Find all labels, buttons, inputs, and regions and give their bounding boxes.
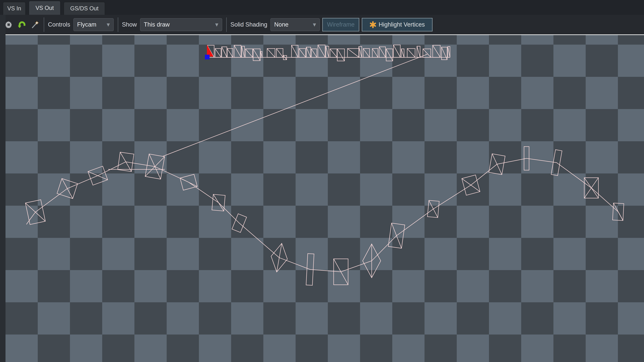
chevron-down-icon: ▼ (103, 22, 113, 27)
tab-vs-in-label: VS In (7, 5, 21, 12)
tab-bar: VS In VS Out GS/DS Out (0, 0, 644, 15)
toolbar-separator (118, 17, 118, 32)
controls-dropdown[interactable]: Flycam ▼ (74, 18, 114, 31)
wireframe-button-label: Wireframe (327, 21, 354, 28)
show-label: Show (122, 21, 137, 28)
mesh-viewer-window: VS In VS Out GS/DS Out (0, 0, 644, 362)
wireframe-toggle-button[interactable]: Wireframe (322, 18, 359, 31)
reset-camera-arrow-icon[interactable] (17, 20, 26, 29)
tab-gs-ds-out[interactable]: GS/DS Out (64, 2, 105, 15)
solid-shading-label: Solid Shading (230, 21, 268, 28)
show-dropdown-value: This draw (140, 21, 212, 28)
tab-gs-ds-out-label: GS/DS Out (70, 5, 98, 12)
magic-wand-icon[interactable] (30, 20, 40, 29)
tab-vs-in[interactable]: VS In (3, 2, 26, 15)
asterisk-icon (370, 21, 376, 28)
tab-vs-out-label: VS Out (36, 5, 54, 11)
toolbar-separator (44, 17, 44, 32)
toolbar: Controls Flycam ▼ Show This draw ▼ Solid… (0, 15, 644, 34)
highlight-vertices-toggle-button[interactable]: Highlight Vertices (362, 18, 432, 31)
toolbar-separator (226, 17, 227, 32)
controls-label: Controls (48, 21, 70, 28)
highlight-vertices-button-label: Highlight Vertices (378, 21, 428, 28)
mesh-preview-viewport[interactable] (0, 35, 644, 362)
chevron-down-icon: ▼ (310, 22, 320, 27)
tab-vs-out[interactable]: VS Out (29, 1, 60, 15)
controls-dropdown-value: Flycam (74, 21, 103, 28)
show-dropdown[interactable]: This draw ▼ (140, 18, 222, 31)
viewport-left-margin (0, 15, 6, 362)
solid-shading-dropdown-value: None (271, 21, 310, 28)
solid-shading-dropdown[interactable]: None ▼ (270, 18, 320, 31)
chevron-down-icon: ▼ (212, 22, 222, 27)
